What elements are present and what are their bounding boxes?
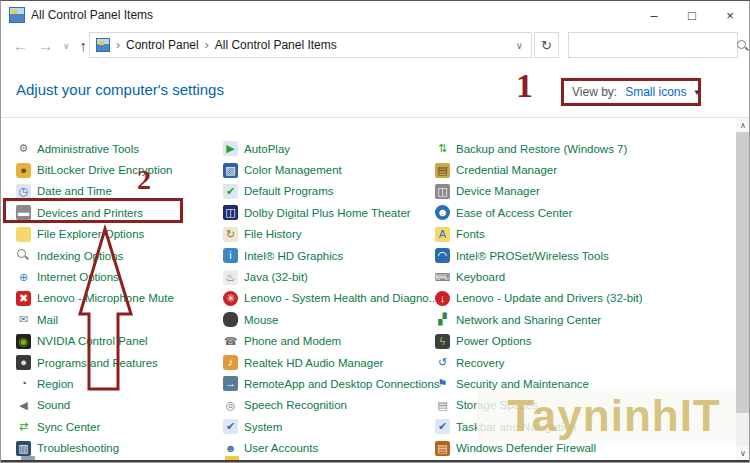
speech-icon: ◎ [223,398,238,413]
control-panel-item[interactable]: ✔Default Programs [223,181,431,202]
breadcrumb-control-panel-icon [96,38,110,52]
user-accounts-icon: ☻ [223,441,238,456]
refresh-button[interactable]: ↻ [534,32,559,58]
control-panel-item-label: Intel® HD Graphics [244,250,343,262]
credential-manager-icon: ▤ [435,163,450,178]
control-panel-item-label: Lenovo - Update and Drivers (32-bit) [456,292,643,304]
recent-locations-chevron-icon[interactable]: ∨ [63,41,70,51]
control-panel-item[interactable]: ⌨Keyboard [435,266,735,287]
control-panel-item[interactable]: ⊕Internet Options [16,266,216,287]
breadcrumb-control-panel[interactable]: Control Panel [126,38,199,52]
address-bar[interactable]: › Control Panel › All Control Panel Item… [89,32,532,58]
control-panel-item[interactable]: ☻User Accounts [223,437,431,458]
view-by-highlight-box: View by: Small icons ▾ [561,78,701,106]
control-panel-item-label: Programs and Features [37,357,158,369]
scroll-up-icon[interactable]: ∧ [736,118,750,132]
control-panel-item-label: Color Management [244,164,342,176]
control-panel-item[interactable]: ▶AutoPlay [223,138,431,159]
control-panel-item[interactable]: ▥Troubleshooting [16,437,216,458]
control-panel-item[interactable]: ◎Speech Recognition [223,395,431,416]
control-panel-item[interactable]: ●Programs and Features [16,352,216,373]
control-panel-item[interactable]: Indexing Options [16,245,216,266]
control-panel-icon [9,7,25,23]
lenovo-update-icon: ↓ [435,291,450,306]
control-panel-item[interactable]: ▞Network and Sharing Center [435,309,735,330]
control-panel-item-label: Power Options [456,335,531,347]
control-panel-item[interactable]: ↓Lenovo - Update and Drivers (32-bit) [435,288,735,309]
dolby-icon: ◫ [223,205,238,220]
control-panel-item[interactable]: ✔System [223,416,431,437]
control-panel-item[interactable]: ◔Region [16,373,216,394]
control-panel-item-label: Date and Time [37,185,112,197]
back-icon[interactable]: ← [13,37,28,54]
scrollbar-thumb[interactable] [736,132,750,413]
maximize-icon[interactable]: □ [673,1,711,29]
control-panel-item[interactable]: ☻Ease of Access Center [435,202,735,223]
control-panel-item[interactable]: ✖Lenovo - Microphone Mute [16,288,216,309]
bitlocker-icon: ● [16,163,31,178]
scroll-down-icon[interactable]: ∨ [736,446,750,460]
watermark: TayninhIT [477,391,750,441]
control-panel-item-label: File Explorer Options [37,228,144,240]
control-panel-item[interactable]: ▨Color Management [223,159,431,180]
control-panel-item[interactable]: ♪Realtek HD Audio Manager [223,352,431,373]
control-panel-item-label: Device Manager [456,185,540,197]
window-controls: – □ × [635,1,749,29]
backup-restore-icon: ⇅ [435,141,450,156]
sound-icon: ◀ [16,398,31,413]
control-panel-item[interactable]: ◫Device Manager [435,181,735,202]
view-by-caret-icon[interactable]: ▾ [695,87,700,97]
control-panel-item[interactable]: ●BitLocker Drive Encryption [16,159,216,180]
nav-buttons: ← → ∨ ↑ [1,37,87,54]
control-panel-item[interactable]: ↻File History [223,224,431,245]
control-panel-item[interactable]: ☎Phone and Modem [223,331,431,352]
control-panel-item[interactable]: ◉NVIDIA Control Panel [16,331,216,352]
breadcrumb-all-control-panel-items[interactable]: All Control Panel Items [215,38,337,52]
control-panel-item[interactable]: →RemoteApp and Desktop Connections [223,373,431,394]
vertical-scrollbar[interactable]: ∧ ∨ [736,118,750,460]
lenovo-mic-mute-icon: ✖ [16,291,31,306]
control-panel-item-label: Credential Manager [456,164,557,176]
indexing-options-icon [16,248,31,263]
up-icon[interactable]: ↑ [80,37,88,54]
control-panel-item[interactable]: ↺Recovery [435,352,735,373]
forward-icon[interactable]: → [38,37,53,54]
mouse-icon [223,312,238,327]
control-panel-item-label: Internet Options [37,271,119,283]
default-programs-icon: ✔ [223,184,238,199]
control-panel-item[interactable]: ϟPower Options [435,331,735,352]
control-panel-item[interactable]: ♨Java (32-bit) [223,266,431,287]
control-panel-item-label: Speech Recognition [244,399,347,411]
region-icon: ◔ [16,376,31,391]
control-panel-item-label: Java (32-bit) [244,271,308,283]
control-panel-item[interactable]: ◠Intel® PROSet/Wireless Tools [435,245,735,266]
search-input[interactable] [569,33,736,57]
window-title: All Control Panel Items [31,8,153,22]
control-panel-item[interactable]: ◫Dolby Digital Plus Home Theater [223,202,431,223]
minimize-icon[interactable]: – [635,1,673,29]
sync-center-icon: ⇄ [16,419,31,434]
control-panel-item[interactable]: ⚙Administrative Tools [16,138,216,159]
control-panel-item[interactable]: File Explorer Options [16,224,216,245]
control-panel-item-label: File History [244,228,302,240]
control-panel-item[interactable]: ▤Credential Manager [435,159,735,180]
fonts-icon: A [435,227,450,242]
control-panel-item[interactable]: iIntel® HD Graphics [223,245,431,266]
search-icon [736,39,749,52]
control-panel-item[interactable]: ◀Sound [16,395,216,416]
control-panel-item-label: System [244,421,282,433]
view-by-dropdown[interactable]: Small icons [625,85,686,99]
search-box[interactable] [568,32,738,58]
control-panel-item-label: NVIDIA Control Panel [37,335,148,347]
control-panel-item[interactable]: ⇄Sync Center [16,416,216,437]
control-panel-item[interactable]: AFonts [435,224,735,245]
control-panel-item[interactable]: ⇅Backup and Restore (Windows 7) [435,138,735,159]
close-icon[interactable]: × [711,1,749,29]
control-panel-item[interactable]: ✉Mail [16,309,216,330]
address-dropdown-icon[interactable]: ∨ [516,40,525,51]
annotation-step-2: 2 [137,164,151,196]
control-panel-item[interactable]: Mouse [223,309,431,330]
admin-tools-icon: ⚙ [16,141,31,156]
control-panel-item-label: Sound [37,399,70,411]
control-panel-item[interactable]: ✳Lenovo - System Health and Diagno... [223,288,431,309]
